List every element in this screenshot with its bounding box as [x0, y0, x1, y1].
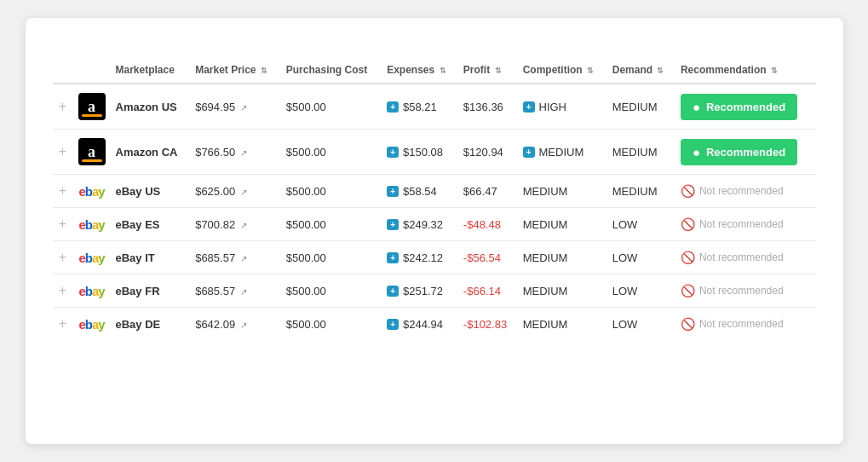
amazon-logo: a: [78, 93, 106, 120]
expense-plus-icon: +: [387, 286, 399, 297]
profit: -$102.83: [458, 308, 518, 341]
col-header-expenses[interactable]: Expenses ⇅: [382, 57, 458, 84]
sort-icon-recommendation: ⇅: [771, 66, 778, 75]
ebay-logo: ebay: [78, 251, 106, 265]
external-link-icon[interactable]: ↗: [240, 103, 247, 113]
plus-icon[interactable]: +: [59, 283, 66, 297]
recommendation-label: Not recommended: [699, 285, 784, 297]
marketplace-name: eBay ES: [111, 208, 191, 241]
recommendation-negative: 🚫Not recommended: [681, 184, 784, 198]
expand-cell[interactable]: +: [53, 175, 73, 208]
col-header-plus: [53, 57, 73, 84]
plus-icon[interactable]: +: [59, 144, 66, 159]
table-row: +ebayeBay FR$685.57 ↗$500.00+$251.72-$66…: [53, 274, 816, 308]
marketplace-name: eBay IT: [111, 241, 191, 274]
marketplace-name: eBay FR: [111, 274, 191, 308]
expense-plus-icon: +: [387, 252, 399, 263]
sort-icon-demand: ⇅: [657, 66, 664, 75]
expand-cell[interactable]: +: [53, 84, 73, 130]
price-value: $685.57: [195, 251, 235, 264]
external-link-icon[interactable]: ↗: [240, 221, 247, 230]
external-link-icon[interactable]: ↗: [240, 287, 247, 297]
competition: MEDIUM: [518, 208, 607, 241]
competition-badge: +MEDIUM: [523, 146, 584, 159]
plus-icon[interactable]: +: [59, 217, 66, 231]
table-body: +aAmazon US$694.95 ↗$500.00+$58.21$136.3…: [53, 84, 816, 340]
recommendation-negative: 🚫Not recommended: [681, 251, 784, 264]
profit-value: $120.94: [463, 146, 503, 159]
recommendation: ●Recommended: [675, 130, 816, 175]
competition: MEDIUM: [518, 241, 607, 274]
purchasing-cost: $500.00: [281, 130, 382, 175]
external-link-icon[interactable]: ↗: [240, 188, 247, 197]
expand-cell[interactable]: +: [53, 208, 73, 241]
competition-value: MEDIUM: [523, 285, 568, 297]
price-value: $685.57: [195, 285, 235, 297]
recommendation-negative: 🚫Not recommended: [681, 317, 784, 331]
expense-badge: +$244.94: [387, 318, 443, 331]
expenses: +$150.08: [382, 130, 458, 175]
expense-plus-icon: +: [387, 147, 399, 158]
expense-badge: +$58.54: [387, 185, 437, 198]
purchasing-cost: $500.00: [281, 84, 382, 130]
plus-icon[interactable]: +: [59, 316, 66, 331]
demand: MEDIUM: [607, 175, 675, 208]
col-header-competition[interactable]: Competition ⇅: [518, 57, 607, 84]
plus-icon[interactable]: +: [59, 99, 66, 113]
expense-badge: +$242.12: [387, 251, 443, 264]
competition: MEDIUM: [518, 175, 607, 208]
price-value: $694.95: [195, 101, 235, 113]
competition-value: MEDIUM: [523, 218, 568, 231]
expense-plus-icon: +: [387, 101, 399, 113]
expense-badge: +$58.21: [387, 101, 437, 113]
expense-plus-icon: +: [387, 219, 399, 230]
competition-badge: MEDIUM: [523, 185, 568, 198]
competition-badge: +HIGH: [523, 101, 566, 113]
profit-value: -$56.54: [463, 251, 501, 264]
col-header-recommendation[interactable]: Recommendation ⇅: [675, 57, 816, 84]
plus-icon[interactable]: +: [59, 183, 66, 198]
rec-slash-icon: 🚫: [681, 217, 695, 231]
market-price: $642.09 ↗: [190, 308, 281, 341]
col-header-profit[interactable]: Profit ⇅: [458, 57, 518, 84]
demand: LOW: [607, 241, 675, 274]
external-link-icon[interactable]: ↗: [240, 321, 247, 330]
logo-cell: a: [73, 84, 111, 130]
competition-badge: MEDIUM: [523, 285, 568, 297]
recommendation-positive: ●Recommended: [681, 94, 797, 120]
expense-value: $150.08: [403, 146, 443, 159]
profit-value: -$48.48: [463, 218, 501, 231]
plus-icon[interactable]: +: [59, 250, 66, 264]
sort-icon-profit: ⇅: [495, 66, 502, 75]
expense-value: $242.12: [403, 251, 443, 264]
competition-badge: MEDIUM: [523, 318, 568, 331]
demand: LOW: [607, 308, 675, 341]
recommendation: 🚫Not recommended: [675, 208, 816, 241]
expand-cell[interactable]: +: [53, 274, 73, 308]
competition-badge: MEDIUM: [523, 251, 568, 264]
ebay-logo: ebay: [78, 317, 106, 332]
expenses: +$249.32: [382, 208, 458, 241]
competition-value: HIGH: [539, 101, 567, 113]
logo-cell: ebay: [73, 241, 111, 274]
col-header-market-price[interactable]: Market Price ⇅: [190, 57, 281, 84]
table-row: +ebayeBay US$625.00 ↗$500.00+$58.54$66.4…: [53, 175, 816, 208]
competition-value: MEDIUM: [539, 146, 584, 159]
rec-slash-icon: 🚫: [681, 317, 695, 331]
recommendation-negative: 🚫Not recommended: [681, 284, 784, 297]
expand-cell[interactable]: +: [53, 308, 73, 341]
expenses: +$58.54: [382, 175, 458, 208]
external-link-icon[interactable]: ↗: [240, 148, 247, 158]
expand-cell[interactable]: +: [53, 241, 73, 274]
profit-value: $66.47: [463, 185, 497, 198]
purchasing-cost: $500.00: [281, 208, 382, 241]
rec-check-icon: ●: [693, 100, 700, 114]
expenses: +$251.72: [382, 274, 458, 308]
purchasing-cost: $500.00: [281, 175, 382, 208]
external-link-icon[interactable]: ↗: [240, 254, 247, 263]
col-header-demand[interactable]: Demand ⇅: [607, 57, 675, 84]
recommendation-label: Recommended: [706, 101, 785, 113]
recommendation: 🚫Not recommended: [675, 241, 816, 274]
expand-cell[interactable]: +: [53, 130, 73, 175]
profit: $136.36: [458, 84, 518, 130]
